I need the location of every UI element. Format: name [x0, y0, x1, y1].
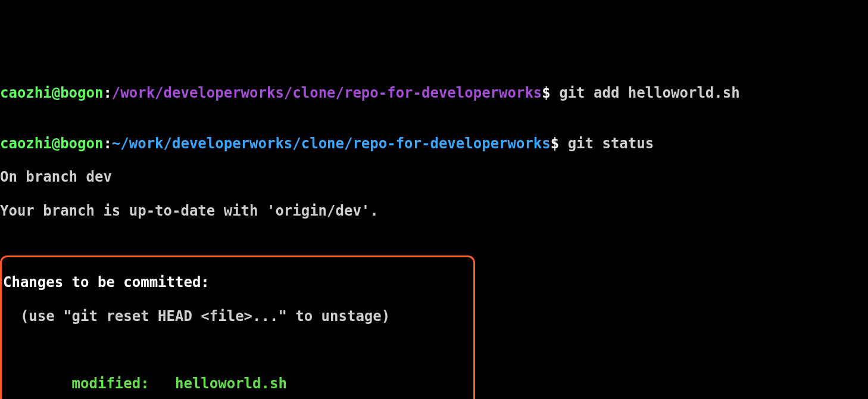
prompt-path-partial: /work/developerworks/clone/repo-for-deve… [112, 85, 542, 101]
cmd-git-add: git add helloworld.sh [559, 85, 739, 101]
staged-title: Changes to be committed: [3, 274, 472, 291]
staged-changes-box: Changes to be committed: (use "git reset… [0, 255, 475, 399]
prompt-path: ~/work/developerworks/clone/repo-for-dev… [112, 135, 551, 152]
branch-line: On branch dev [0, 169, 868, 185]
staged-hint: (use "git reset HEAD <file>..." to unsta… [3, 308, 472, 325]
upstream-line: Your branch is up-to-date with 'origin/d… [0, 202, 868, 219]
staged-item: modified: helloworld.sh [3, 375, 472, 392]
cmd-git-status: git status [568, 135, 654, 152]
prompt-line-0[interactable]: caozhi@bogon:/work/developerworks/clone/… [0, 85, 868, 101]
prompt-user: caozhi@bogon [0, 135, 103, 152]
prompt-line-1[interactable]: caozhi@bogon:~/work/developerworks/clone… [0, 135, 868, 152]
prompt-user: caozhi@bogon [0, 85, 103, 101]
